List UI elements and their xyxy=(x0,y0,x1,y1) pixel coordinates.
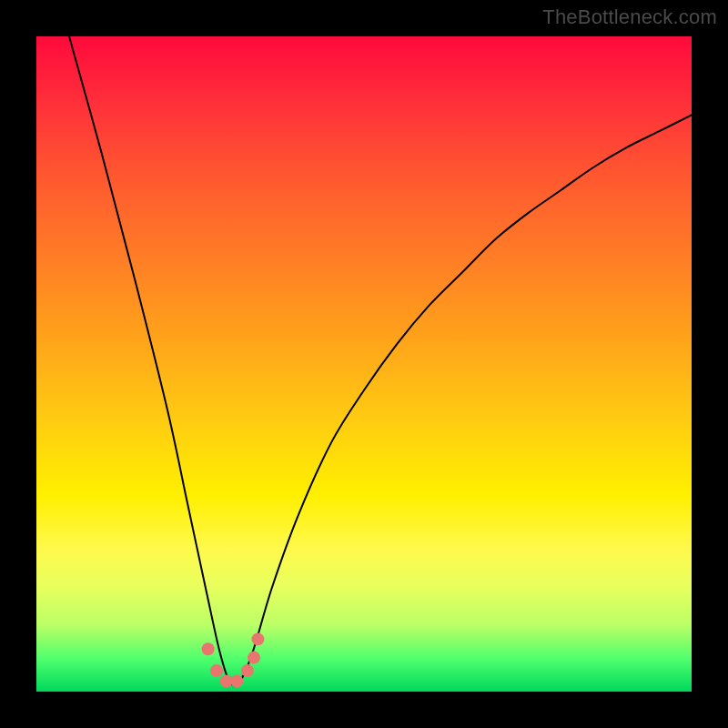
bottleneck-curve xyxy=(69,36,692,685)
curve-svg xyxy=(36,36,692,692)
marker-group xyxy=(202,632,265,687)
chart-frame: TheBottleneck.com xyxy=(0,0,728,728)
curve-marker xyxy=(241,664,254,677)
curve-marker xyxy=(248,652,260,664)
curve-marker xyxy=(202,642,215,655)
curve-marker xyxy=(210,664,223,677)
watermark-text: TheBottleneck.com xyxy=(542,5,717,29)
curve-marker xyxy=(251,632,264,645)
curve-marker xyxy=(230,675,243,688)
plot-area xyxy=(36,36,692,692)
